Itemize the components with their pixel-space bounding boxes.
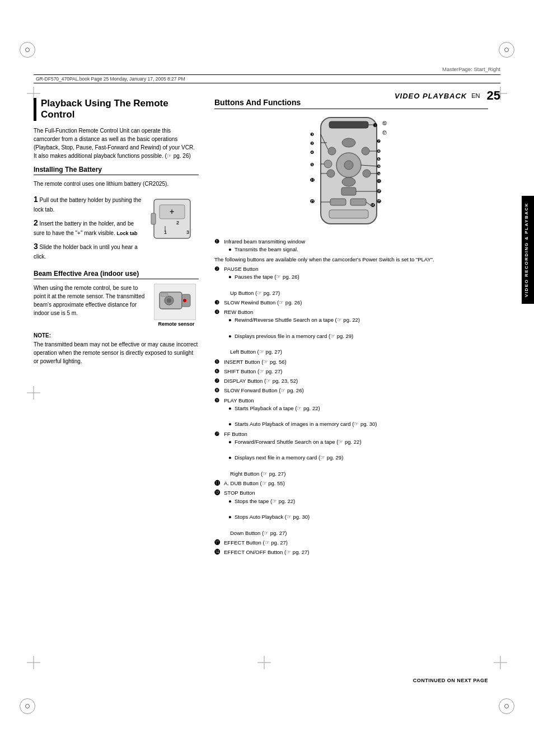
btn-1-label: Infrared beam transmitting window [224,238,305,245]
svg-rect-46 [341,187,356,195]
beam-description: When using the remote control, be sure t… [34,284,148,317]
camcorder-svg [157,287,193,317]
step-2: 2 Insert the battery in the holder, and … [34,217,143,238]
btn-7-label: DISPLAY Button (☞ pg. 23, 52) [224,378,298,384]
svg-text:⓭: ⓭ [377,199,381,204]
page-number: 25 [487,88,500,103]
beam-container: When using the remote control, be sure t… [34,284,199,327]
note-text: The transmitted beam may not be effectiv… [34,340,199,365]
btn-7-number: ❼ [214,377,222,385]
svg-text:❷: ❷ [310,141,314,146]
right-column: Buttons And Functions ❶ ⑮ ⑰ [214,98,488,558]
btn-4-desc: REW Button ● Rewind/Reverse Shuttle Sear… [224,308,488,356]
btn-5-label: INSERT Button (☞ pg. 56) [224,359,287,365]
svg-rect-12 [161,293,168,297]
btn-12-desc: STOP Button ● Stops the tape (☞ pg. 22) … [224,489,488,537]
btn-item-10: ❿ FF Button ● Forward/Forward Shuttle Se… [214,430,488,478]
btn-9-b2: Starts Auto Playback of images in a memo… [235,420,377,428]
step-1-number: 1 [34,195,38,204]
svg-text:❿: ❿ [377,171,381,176]
btn-10-number: ❿ [214,430,222,438]
btn-3-desc: SLOW Rewind Button (☞ pg. 26) [224,299,488,307]
two-column-layout: Playback Using The Remote Control The Fu… [34,98,488,558]
btn-item-8: ❽ SLOW Forward Button (☞ pg. 26) [214,387,488,395]
btn-2-desc: PAUSE Button ● Pauses the tape (☞ pg. 26… [224,265,488,297]
battery-description: The remote control uses one lithium batt… [34,180,199,188]
svg-text:1: 1 [164,229,167,235]
btn-note-text: The following buttons are available only… [214,256,434,262]
lock-tab-label: Lock tab [117,231,138,236]
btn-9-bullet-1: ● Starts Playback of a tape (☞ pg. 22) [228,405,488,412]
btn-3-label: SLOW Rewind Button (☞ pg. 26) [224,299,302,306]
btn-12-b1: Stops the tape (☞ pg. 22) [235,497,295,505]
btn-12-bullet-1: ● Stops the tape (☞ pg. 22) [228,497,488,505]
svg-text:⑮: ⑮ [382,121,387,126]
left-column: Playback Using The Remote Control The Fu… [34,98,199,558]
btn-item-11: ⓫ A. DUB Button (☞ pg. 55) [214,480,488,487]
btn-8-number: ❽ [214,387,222,395]
svg-rect-3 [151,213,156,224]
btn-item-4: ❹ REW Button ● Rewind/Reverse Shuttle Se… [214,308,488,356]
beam-area-title: Beam Effective Area (indoor use) [34,270,199,279]
note-title: NOTE: [34,332,199,339]
battery-step-container: 1 Pull out the battery holder by pushing… [34,194,199,265]
svg-text:❼: ❼ [377,139,381,144]
svg-text:❹: ❹ [310,150,314,155]
step-1-text: Pull out the battery holder by pushing t… [34,197,141,213]
file-info-text: GR-DF570_470PAL.book Page 25 Monday, Jan… [36,76,185,82]
continued-text: CONTINUED ON NEXT PAGE [413,678,488,683]
reg-mark-top-right [499,42,514,58]
btn-2-number: ❷ [214,265,222,273]
svg-rect-52 [350,199,366,205]
file-bar: GR-DF570_470PAL.book Page 25 Monday, Jan… [34,74,500,83]
svg-text:❸: ❸ [310,132,314,137]
btn-10-bullet-2: ● Displays next file in a memory card (☞… [228,454,488,462]
btn-12-bullet-2: ● Stops Auto Playback (☞ pg. 30) [228,513,488,521]
step-3-number: 3 [34,242,38,251]
btn-1-bullet: ● Transmits the beam signal. [228,246,488,253]
btn-5-number: ❺ [214,358,222,366]
btn-9-b1: Starts Playback of a tape (☞ pg. 22) [235,405,320,412]
btn-2-up: Up Button (☞ pg. 27) [230,290,280,296]
btn-item-13: ⓭ EFFECT Button (☞ pg. 27) [214,539,488,547]
remote-sensor-image: Remote sensor [154,284,199,327]
svg-text:❽: ❽ [377,149,381,154]
intro-text: The Full-Function Remote Control Unit ca… [34,126,199,160]
btn-13-number: ⓭ [214,539,222,547]
meta-bar: MasterPage: Start_Right [442,66,500,72]
step-3: 3 Slide the holder back in until you hea… [34,241,143,261]
btn-4-b1: Rewind/Reverse Shuttle Search on a tape … [235,316,360,324]
btn-6-number: ❻ [214,368,222,375]
battery-diagram-svg: + 1 2 3 [148,194,199,244]
btn-10-b1: Forward/Forward Shuttle Search on a tape… [235,438,362,446]
btn-4-label: REW Button [224,309,253,315]
btn-2-bullet-1-text: Pauses the tape (☞ pg. 26) [235,273,299,281]
main-section-title: Playback Using The Remote Control [34,98,199,121]
svg-text:+: + [170,207,174,216]
btn-item-5: ❺ INSERT Button (☞ pg. 56) [214,358,488,366]
btn-6-desc: SHIFT Button (☞ pg. 27) [224,368,488,375]
svg-point-13 [183,299,186,302]
btn-12-number: ⓬ [214,489,222,497]
svg-text:2: 2 [176,220,179,226]
remote-sensor-caption: Remote sensor [154,321,199,327]
buttons-functions-title: Buttons And Functions [214,98,488,109]
btn-10-label: FF Button [224,431,247,437]
svg-text:3: 3 [186,229,189,235]
step-3-text: Slide the holder back in until you hear … [34,244,138,260]
svg-point-41 [363,170,371,177]
svg-point-31 [344,161,353,170]
beam-text: When using the remote control, be sure t… [34,284,148,323]
svg-text:⑰: ⑰ [382,130,387,135]
btn-item-7: ❼ DISPLAY Button (☞ pg. 23, 52) [214,377,488,385]
btn-4-number: ❹ [214,308,222,316]
button-list: ❶ Infrared beam transmitting window ● Tr… [214,238,488,556]
btn-10-b2: Displays next file in a memory card (☞ p… [235,454,343,462]
svg-text:❻: ❻ [377,157,381,162]
svg-text:⓮: ⓮ [371,203,375,208]
btn-14-label: EFFECT ON/OFF Button (☞ pg. 27) [224,549,309,555]
btn-9-bullet-2: ● Starts Auto Playback of images in a me… [228,420,488,428]
btn-item-6: ❻ SHIFT Button (☞ pg. 27) [214,368,488,375]
reg-mark-bottom-left [20,698,35,714]
remote-sensor-box [154,284,196,320]
